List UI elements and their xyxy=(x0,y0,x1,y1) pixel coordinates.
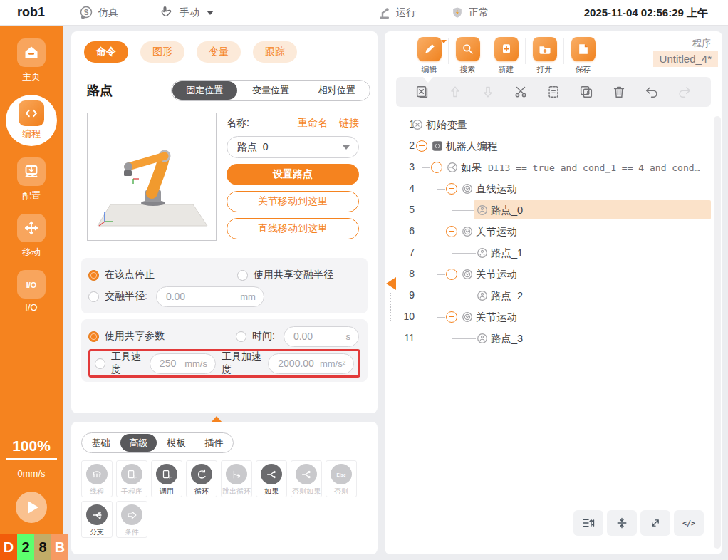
set-waypoint-button[interactable]: 设置路点 xyxy=(227,164,359,185)
collapse-all-button[interactable] xyxy=(607,510,637,536)
motion-icon xyxy=(462,226,473,237)
debug-block-2: 2 xyxy=(17,534,34,560)
新建-button[interactable]: 新建 xyxy=(487,37,525,75)
reorder-button[interactable] xyxy=(573,510,603,536)
palette-item-子程序: 子程序 xyxy=(116,460,147,497)
palette-tab-模板[interactable]: 模板 xyxy=(158,434,194,452)
stop-at-point-radio[interactable] xyxy=(88,270,99,281)
sidebar-item-I/O[interactable]: I/OI/O xyxy=(6,270,57,313)
delete-button[interactable] xyxy=(610,83,628,101)
palette-item-label: 跳出循环 xyxy=(222,487,251,497)
link-link[interactable]: 链接 xyxy=(339,117,359,130)
sidebar-item-配置[interactable]: 配置 xyxy=(6,157,57,202)
palette-item-如果[interactable]: 如果 xyxy=(256,460,287,497)
保存-button[interactable]: 保存 xyxy=(564,37,602,75)
tool-speed-highlight-box: 工具速度 250 mm/s 工具加速度 2000.00 mm/s² xyxy=(88,349,360,378)
chevron-down-icon xyxy=(343,145,350,150)
collapse-toggle[interactable] xyxy=(446,311,457,323)
sidebar-item-编程[interactable]: 编程 xyxy=(6,95,57,146)
run-status[interactable]: 运行 xyxy=(378,0,416,26)
robot-run-icon xyxy=(378,6,392,20)
expand-all-button[interactable] xyxy=(640,510,670,536)
tree-row[interactable]: 1初始变量 xyxy=(385,114,722,135)
chevron-down-icon xyxy=(441,40,447,43)
sidebar-item-label: 配置 xyxy=(22,190,41,202)
tree-row[interactable]: 8关节运动 xyxy=(385,264,722,285)
tree-row[interactable]: 9路点_2 xyxy=(385,285,722,306)
call-icon xyxy=(156,464,177,484)
tab-命令[interactable]: 命令 xyxy=(84,41,128,63)
mode-dropdown[interactable]: 手动 xyxy=(158,0,214,26)
rename-link[interactable]: 重命名 xyxy=(298,117,328,130)
palette-item-label: 否则如果 xyxy=(292,487,321,497)
time-input[interactable]: 0.00 s xyxy=(284,326,359,347)
program-name-badge[interactable]: Untitled_4* xyxy=(653,51,718,67)
tool-speed-radio[interactable] xyxy=(95,358,105,369)
tree-row[interactable]: 2机器人编程 xyxy=(385,135,722,157)
palette-tab-基础[interactable]: 基础 xyxy=(83,434,119,452)
palette-tab-插件[interactable]: 插件 xyxy=(196,434,232,452)
palette-item-循环[interactable]: 循环 xyxy=(186,460,217,497)
tree-row[interactable]: 4直线运动 xyxy=(385,178,722,199)
tool-speed-input[interactable]: 250 mm/s xyxy=(150,353,216,374)
collapse-toggle[interactable] xyxy=(446,183,457,195)
code-view-button[interactable]: </> xyxy=(674,510,704,536)
collapse-toggle[interactable] xyxy=(446,269,457,280)
shared-param-radio[interactable] xyxy=(88,331,99,342)
tab-跟踪[interactable]: 跟踪 xyxy=(253,41,297,63)
tab-变量[interactable]: 变量 xyxy=(197,41,241,63)
undo-button[interactable] xyxy=(643,83,661,101)
segment-固定位置[interactable]: 固定位置 xyxy=(172,81,237,100)
palette-item-条件: 条件 xyxy=(116,501,147,538)
tab-图形[interactable]: 图形 xyxy=(140,41,184,63)
segment-相对位置[interactable]: 相对位置 xyxy=(304,81,369,100)
tree-row[interactable]: 3如果DI13 == true and cond_1 == 4 and cond… xyxy=(385,157,722,178)
blend-radius-radio[interactable] xyxy=(88,291,99,302)
tree-row[interactable]: 5路点_0 xyxy=(385,199,722,221)
panel-splitter-handle[interactable] xyxy=(386,277,396,290)
tree-node-label: 关节运动 xyxy=(476,268,517,281)
tree-row[interactable]: 7路点_1 xyxy=(385,242,722,264)
collapse-toggle[interactable] xyxy=(446,226,457,237)
time-radio[interactable] xyxy=(236,331,246,342)
segment-变量位置[interactable]: 变量位置 xyxy=(239,81,303,100)
command-tabs: 命令图形变量跟踪 xyxy=(71,31,378,63)
palette-item-调用[interactable]: 调用 xyxy=(151,460,182,497)
blend-radius-value: 0.00 xyxy=(166,291,185,302)
safety-status[interactable]: 正常 xyxy=(450,0,489,26)
collapse-toggle[interactable] xyxy=(431,162,442,173)
tree-node-label: 路点_2 xyxy=(491,289,523,303)
shared-blend-radio[interactable] xyxy=(237,270,248,281)
palette-item-否则: Else否则 xyxy=(326,460,357,497)
joint-move-button[interactable]: 关节移动到这里 xyxy=(227,191,359,212)
simulation-mode[interactable]: S 仿真 xyxy=(78,0,118,26)
waypoint-select[interactable]: 路点_0 xyxy=(227,136,359,158)
tree-scrollbar[interactable] xyxy=(714,116,721,549)
tree-row[interactable]: 11路点_3 xyxy=(385,328,722,349)
copy-button[interactable] xyxy=(577,83,596,101)
paste-button[interactable] xyxy=(544,83,563,101)
clear-selection-button[interactable] xyxy=(413,83,432,101)
play-button[interactable] xyxy=(16,492,47,523)
tree-line-number: 10 xyxy=(395,311,415,322)
file-action-label: 编辑 xyxy=(422,64,437,75)
page-title: 路点 xyxy=(87,82,113,99)
打开-button[interactable]: 打开 xyxy=(526,37,563,75)
sidebar-item-移动[interactable]: 移动 xyxy=(6,214,57,259)
tree-row[interactable]: 6关节运动 xyxy=(385,221,722,242)
palette-item-分支[interactable]: 分支 xyxy=(81,501,113,538)
speed-percent[interactable]: 100% xyxy=(6,437,57,460)
tree-row[interactable]: 10关节运动 xyxy=(385,306,722,328)
robot-program-icon xyxy=(432,140,443,152)
palette-tab-高级[interactable]: 高级 xyxy=(120,434,157,452)
linear-move-button[interactable]: 直线移动到这里 xyxy=(227,218,359,239)
blend-radius-input[interactable]: 0.00 mm xyxy=(156,286,264,307)
collapse-toggle[interactable] xyxy=(416,140,427,152)
stop-at-point-label: 在该点停止 xyxy=(105,269,155,281)
搜索-button[interactable]: 搜索 xyxy=(449,37,487,75)
编辑-button[interactable]: 编辑 xyxy=(410,37,448,75)
io-icon: I/O xyxy=(17,270,46,299)
tool-accel-input[interactable]: 2000.00 mm/s² xyxy=(268,353,354,374)
sidebar-item-主页[interactable]: 主页 xyxy=(6,38,57,83)
cut-button[interactable] xyxy=(511,83,530,101)
